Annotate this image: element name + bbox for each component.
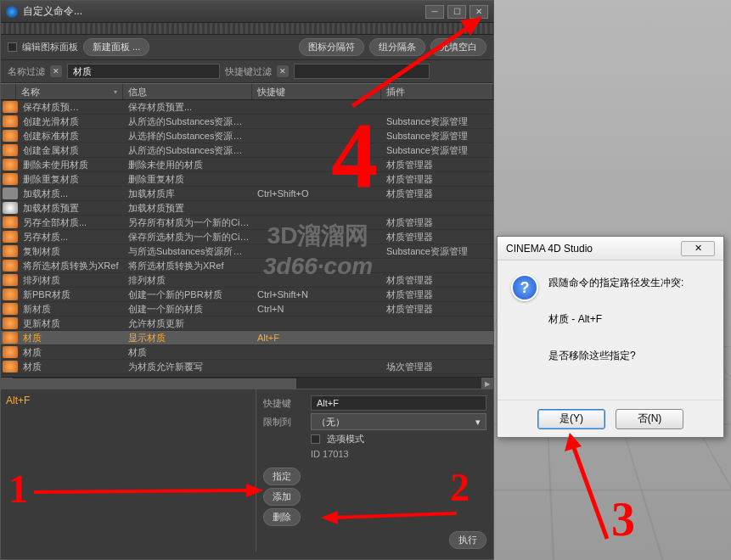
horizontal-scrollbar[interactable]: ◀ ▶	[1, 377, 493, 389]
restrict-dropdown[interactable]: （无）▾	[311, 413, 486, 430]
cell-info: 从所选的Substances资源创建…	[125, 115, 254, 128]
group-end-button[interactable]: 组分隔条	[369, 38, 425, 56]
cell-info: 将所选材质转换为XRef	[125, 260, 254, 272]
table-row[interactable]: 另存全部材质...另存所有材质为一个新的Cinem材质管理器	[1, 216, 493, 230]
titlebar[interactable]: 自定义命令... ─ ☐ ✕	[1, 1, 493, 23]
cell-name: 新材质	[20, 303, 125, 316]
material-icon	[3, 260, 18, 272]
cell-info: 从所选的Substances资源创建…	[125, 144, 254, 157]
material-icon	[3, 188, 18, 199]
table-row[interactable]: 创建光滑材质从所选的Substances资源创建…Substance资源管理	[1, 115, 493, 129]
cell-name: 删除未使用材质	[20, 159, 125, 171]
table-row[interactable]: 材质材质	[1, 345, 493, 360]
edit-icon-panel-checkbox[interactable]	[8, 42, 17, 52]
material-icon	[3, 216, 18, 228]
material-icon	[3, 173, 18, 185]
cell-name: 将所选材质转换为XRef	[20, 260, 125, 272]
table-row[interactable]: 将所选材质转换为XRef将所选材质转换为XRef	[1, 259, 493, 273]
table-row[interactable]: 创建标准材质从选择的Substances资源创建…Substance资源管理	[1, 129, 493, 143]
material-icon	[3, 202, 18, 214]
cell-plugin: 材质管理器	[383, 159, 493, 171]
material-icon	[3, 274, 18, 286]
table-row[interactable]: 创建金属材质从所选的Substances资源创建…Substance资源管理	[1, 143, 493, 158]
dialog-close-button[interactable]: ✕	[681, 241, 715, 256]
cell-plugin: Substance资源管理	[383, 144, 493, 157]
table-row[interactable]: 材质为材质允许新覆写场次管理器	[1, 360, 493, 374]
table-row[interactable]: 更新材质允许材质更新	[1, 316, 493, 331]
cell-name: 材质	[20, 332, 125, 344]
cell-info: 与所选Substances资源所参考	[125, 245, 254, 258]
col-plugin[interactable]: 插件	[381, 84, 493, 99]
cell-shortcut: Alt+F	[254, 333, 383, 343]
table-row[interactable]: 新材质创建一个新的材质Ctrl+N材质管理器	[1, 302, 493, 316]
shortcut-filter-input[interactable]	[294, 64, 430, 79]
cell-info: 排列材质	[125, 274, 254, 287]
table-row[interactable]: 新PBR材质创建一个新的PBR材质Ctrl+Shift+N材质管理器	[1, 288, 493, 302]
filter-row: 名称过滤 ✕ 快捷键过滤 ✕	[1, 60, 493, 83]
grip-bar[interactable]	[1, 23, 493, 35]
cell-name: 创建光滑材质	[20, 115, 125, 128]
maximize-button[interactable]: ☐	[447, 5, 466, 19]
cell-info: 显示材质	[125, 332, 254, 344]
scroll-thumb[interactable]	[1, 378, 296, 389]
table-row[interactable]: 另存材质...保存所选材质为一个新的Cinem材质管理器	[1, 230, 493, 244]
scroll-right-icon[interactable]: ▶	[481, 378, 493, 389]
cell-name: 新PBR材质	[20, 288, 125, 301]
shortcut-filter-clear[interactable]: ✕	[277, 65, 289, 77]
cell-name: 另存全部材质...	[20, 216, 125, 229]
close-button[interactable]: ✕	[470, 5, 488, 19]
delete-button[interactable]: 删除	[263, 508, 301, 526]
cell-name: 创建金属材质	[20, 144, 125, 157]
material-icon	[3, 361, 18, 372]
options-mode-checkbox[interactable]	[311, 434, 320, 444]
assign-button[interactable]: 指定	[263, 468, 301, 485]
cell-info: 创建一个新的PBR材质	[125, 288, 254, 301]
cell-plugin: Substance资源管理	[383, 245, 493, 258]
shortcut-input[interactable]	[311, 395, 486, 411]
table-row[interactable]: 删除重复材质删除重复材质材质管理器	[1, 172, 493, 187]
dialog-title: CINEMA 4D Studio	[506, 243, 593, 255]
yes-button[interactable]: 是(Y)	[537, 409, 605, 429]
icon-separator-button[interactable]: 图标分隔符	[299, 38, 364, 56]
material-icon	[3, 245, 18, 257]
table-row[interactable]: 保存材质预…保存材质预置...	[1, 100, 493, 115]
table-row[interactable]: 排列材质排列材质材质管理器	[1, 273, 493, 288]
cell-name: 材质	[20, 346, 125, 359]
window-title: 自定义命令...	[23, 4, 422, 19]
table-row[interactable]: 加载材质预置加载材质预置	[1, 201, 493, 216]
table-row[interactable]: 材质显示材质Alt+F	[1, 331, 493, 345]
material-icon	[3, 130, 18, 142]
add-button[interactable]: 添加	[263, 488, 301, 506]
cell-plugin: 材质管理器	[383, 274, 493, 287]
no-button[interactable]: 否(N)	[616, 409, 683, 429]
cell-info: 删除未使用的材质	[125, 159, 254, 171]
table-row[interactable]: 加载材质...加载材质库Ctrl+Shift+O材质管理器	[1, 187, 493, 201]
material-icon	[3, 332, 18, 344]
cell-shortcut: Ctrl+Shift+N	[254, 289, 383, 300]
fill-blank-button[interactable]: 充填空白	[430, 38, 486, 56]
cell-name: 另存材质...	[20, 231, 125, 244]
form-pane: 快捷键 限制到 （无）▾ 选项模式 ID 17013 指定 添加 删除 执行	[256, 389, 493, 552]
table-row[interactable]: 删除未使用材质删除未使用的材质材质管理器	[1, 158, 493, 172]
table-header: 名称▾ 信息 快捷键 插件	[1, 83, 493, 100]
col-info[interactable]: 信息	[123, 84, 252, 99]
cell-name: 加载材质预置	[20, 202, 125, 215]
col-shortcut[interactable]: 快捷键	[252, 84, 381, 99]
minimize-button[interactable]: ─	[425, 5, 444, 19]
name-filter-input[interactable]	[67, 64, 220, 79]
dialog-titlebar[interactable]: CINEMA 4D Studio ✕	[498, 237, 723, 260]
material-icon	[3, 159, 18, 171]
cell-info: 为材质允许新覆写	[125, 361, 254, 373]
cell-plugin: 场次管理器	[383, 361, 493, 373]
command-table[interactable]: 保存材质预…保存材质预置...创建光滑材质从所选的Substances资源创建……	[1, 100, 493, 377]
app-icon	[6, 6, 18, 18]
material-icon	[3, 231, 18, 243]
name-filter-clear[interactable]: ✕	[50, 65, 62, 77]
cell-shortcut: Ctrl+N	[254, 304, 383, 314]
customize-commands-window: 自定义命令... ─ ☐ ✕ 编辑图标面板 新建面板 ... 图标分隔符 组分隔…	[0, 0, 494, 560]
execute-button[interactable]: 执行	[449, 531, 486, 549]
col-name[interactable]: 名称▾	[16, 84, 123, 99]
material-icon	[3, 288, 18, 300]
new-panel-button[interactable]: 新建面板 ...	[83, 38, 149, 56]
table-row[interactable]: 复制材质与所选Substances资源所参考Substance资源管理	[1, 244, 493, 259]
